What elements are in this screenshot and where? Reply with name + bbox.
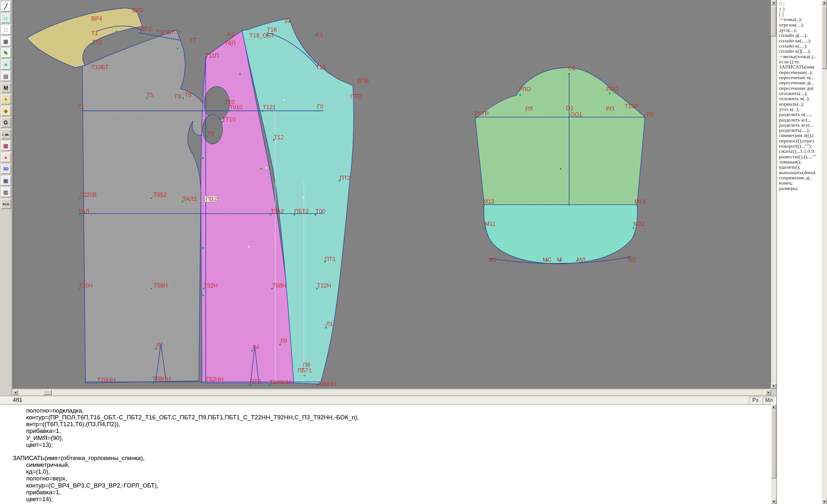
- point-marker: [644, 118, 646, 119]
- pattern-piece-sleeve-green[interactable]: [475, 68, 645, 205]
- panel-vscroll-thumb[interactable]: [822, 6, 827, 69]
- point-label: М2: [628, 256, 636, 263]
- move-tool-icon[interactable]: ◆: [1, 106, 11, 116]
- rz-button[interactable]: Рз: [749, 397, 762, 404]
- hand-tool-icon[interactable]: +: [1, 94, 11, 104]
- point-label: Л1: [326, 321, 333, 327]
- function-list-item[interactable]: разделить н(....,: [779, 112, 822, 117]
- point-marker-white: [303, 196, 305, 198]
- function-list-item[interactable]: :=точка(.,);: [779, 17, 822, 22]
- code-editor[interactable]: полотно=подкладка, контур=(ПР_ПОЛ,Т6П,Т1…: [0, 404, 771, 504]
- function-list-item[interactable]: разделить(....);: [779, 128, 822, 133]
- function-list-item[interactable]: сопряжение д(..: [779, 175, 822, 180]
- code-vertical-scrollbar[interactable]: ▲ ▼: [771, 404, 776, 504]
- point-label: Т12: [274, 134, 284, 141]
- function-list-item[interactable]: отрезок( , );: [779, 22, 822, 28]
- function-list-item[interactable]: симметрия л((),с: [779, 133, 822, 138]
- function-list-item[interactable]: ломаная();: [779, 159, 822, 164]
- function-list-item[interactable]: выполнить(dmod: [779, 170, 822, 175]
- function-list-item[interactable]: [ ]: [779, 12, 822, 17]
- function-list-item[interactable]: поворот(()..."");: [779, 143, 822, 149]
- point-label: ОО1: [570, 111, 582, 118]
- curve-tool-icon[interactable]: ╱: [1, 2, 11, 12]
- scroll-left-icon[interactable]: ◄: [13, 390, 18, 395]
- alg-tool-icon[interactable]: ALG: [1, 199, 11, 209]
- scroll-up-icon[interactable]: ▲: [822, 0, 827, 5]
- function-list-item[interactable]: пересечение дн(: [779, 85, 822, 91]
- function-list-item[interactable]: сплайн к[](....);: [779, 48, 822, 54]
- function-list-item[interactable]: отложить(...);: [779, 91, 822, 96]
- function-list-item[interactable]: пересечение д(..: [779, 80, 822, 85]
- arc-tool-icon[interactable]: ∩: [1, 13, 11, 23]
- canvas-svg[interactable]: ВР4ВР3ВР2Т1Т01Т3ОБТТ7Т10БТХ2Т6ПТ18_ОБТТ1…: [13, 0, 772, 389]
- function-list-item[interactable]: конец;: [779, 180, 822, 186]
- m-tool-icon[interactable]: M: [1, 83, 11, 93]
- point-label: ТТ10: [222, 116, 236, 123]
- scroll-up-icon[interactable]: ▲: [771, 404, 776, 409]
- grid-tool-icon[interactable]: ▦: [1, 37, 11, 47]
- code-text[interactable]: полотно=подкладка, контур=(ПР_ПОЛ,Т6П,Т1…: [0, 404, 771, 502]
- point-label: Т121: [263, 104, 276, 110]
- canvas-vertical-scrollbar[interactable]: ▲ ▼: [771, 0, 776, 389]
- function-list-item[interactable]: развести((),(),..."": [779, 154, 822, 159]
- canvas-horizontal-scrollbar[interactable]: ◄ ►: [13, 390, 771, 395]
- point-label: Т01: [92, 39, 102, 46]
- model-tool-icon[interactable]: ●: [1, 152, 11, 162]
- function-list-item[interactable]: сплайн кк(.....);: [779, 38, 822, 43]
- canvas-vscroll-thumb[interactable]: [771, 6, 776, 37]
- point-label: Т10Р: [625, 103, 638, 109]
- function-list-item[interactable]: удалить();: [779, 164, 822, 169]
- function-list-item[interactable]: пересечение(..);: [779, 70, 822, 75]
- point-marker: [609, 93, 611, 94]
- 3d-tool-icon[interactable]: 3D: [1, 164, 11, 174]
- ml-button[interactable]: Мл: [763, 397, 775, 404]
- point-label: Т552: [153, 192, 167, 198]
- function-list-item[interactable]: дуга(...);: [779, 28, 822, 33]
- scroll-up-icon[interactable]: ▲: [771, 0, 776, 5]
- function-list-item[interactable]: :=метка(точка(.)..: [779, 54, 822, 59]
- palette-tool-icon[interactable]: ▩: [1, 141, 11, 151]
- scroll-down-icon[interactable]: ▼: [771, 499, 776, 504]
- function-list-item[interactable]: сплайн д(....);: [779, 33, 822, 38]
- scroll-right-icon[interactable]: ►: [766, 390, 771, 395]
- point-label: РПО: [606, 86, 619, 92]
- function-list-item[interactable]: разделить кс(...: [779, 117, 822, 122]
- pattern-piece-bodice-gray[interactable]: [82, 30, 209, 383]
- hatch-tool-icon[interactable]: ▨: [1, 71, 11, 81]
- point-label: Т7: [189, 37, 196, 44]
- function-list-item[interactable]: сжать(()...1.1.0.9.: [779, 149, 822, 154]
- function-list-item[interactable]: перенос((),отрез: [779, 138, 822, 143]
- function-list-item[interactable]: отложить в(..);: [779, 96, 822, 101]
- function-list-item[interactable]: пересечение н(...: [779, 75, 822, 80]
- g-tool-icon[interactable]: G: [1, 117, 11, 128]
- doc-tool-icon[interactable]: ▥: [1, 187, 11, 197]
- scroll-down-icon[interactable]: ▼: [822, 499, 827, 504]
- function-list-item[interactable]: { }: [779, 6, 822, 12]
- function-list-item[interactable]: размеры:: [779, 186, 822, 191]
- code-vscroll-thumb[interactable]: [771, 410, 776, 478]
- point-label: Т20НН: [97, 377, 115, 383]
- canvas-hscroll-thumb[interactable]: [43, 390, 52, 395]
- point-label: Р1ТР: [474, 110, 489, 117]
- function-list-item[interactable]: разделить ксу(...: [779, 122, 822, 128]
- function-list-item[interactable]: сплайн к(....);: [779, 43, 822, 48]
- drawing-canvas[interactable]: ВР4ВР3ВР2Т1Т01Т3ОБТТ7Т10БТХ2Т6ПТ18_ОБТТ1…: [13, 0, 771, 389]
- function-list-item[interactable]: □ ;: [779, 1, 822, 6]
- function-list-item[interactable]: нормаль(..);: [779, 101, 822, 106]
- function-list-item[interactable]: если () то: [779, 59, 822, 64]
- point-label: ПВ2: [206, 196, 217, 202]
- spline-tool-icon[interactable]: ≈: [1, 59, 11, 69]
- pattern-piece-sleeve-teal[interactable]: [484, 204, 637, 264]
- layer-indicator-icon[interactable]: i_66.: [1, 129, 11, 139]
- point-label: ПТ1: [325, 256, 336, 262]
- panel-vertical-scrollbar[interactable]: ▲ ▼: [822, 0, 827, 504]
- shape-tool-icon[interactable]: □: [1, 25, 11, 35]
- function-list-item[interactable]: ЗАПИСАТЬ(имя: [779, 64, 822, 69]
- function-list-item[interactable]: угол к(..);: [779, 107, 822, 112]
- scroll-down-icon[interactable]: ▼: [771, 384, 776, 389]
- sheet-tool-icon[interactable]: ▣: [1, 176, 11, 186]
- point-label: Т11П: [205, 52, 219, 59]
- pencil-tool-icon[interactable]: ✎: [1, 48, 11, 58]
- point-label: Г1: [78, 103, 85, 110]
- point-label: Т16: [267, 27, 277, 33]
